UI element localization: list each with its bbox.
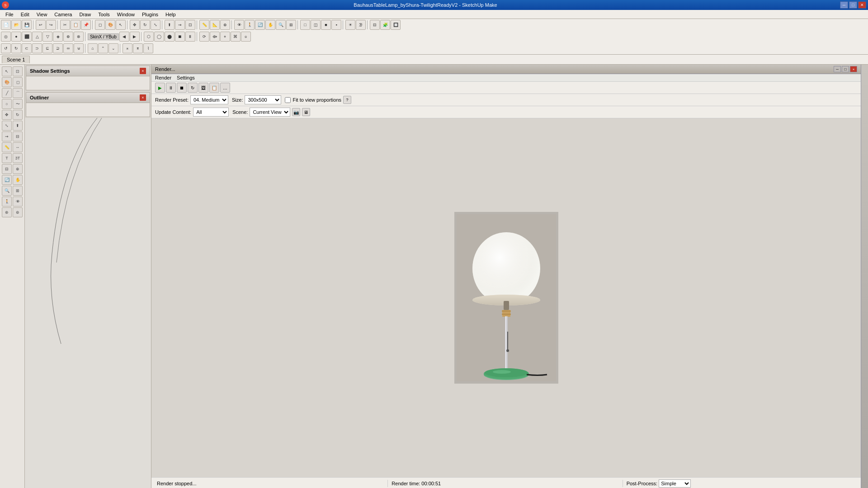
tb-open[interactable]: 📂: [11, 20, 21, 30]
tb-paste[interactable]: 📌: [81, 20, 91, 30]
tb-tape[interactable]: 📏: [199, 20, 209, 30]
lt-scale[interactable]: ⤡: [2, 121, 12, 131]
tb-select[interactable]: ↖: [116, 20, 126, 30]
tb-zoomextents[interactable]: ⊞: [286, 20, 296, 30]
lt-addon2[interactable]: ⊚: [13, 207, 23, 217]
tb-p1[interactable]: ⬡: [144, 32, 154, 42]
tb-q5[interactable]: ⍟: [241, 32, 251, 42]
tb-q4[interactable]: ⌘: [231, 32, 241, 42]
tb-textured[interactable]: ▪: [331, 20, 341, 30]
tb-r3[interactable]: ⬛: [22, 32, 32, 42]
tb-p4[interactable]: ⏹: [175, 32, 185, 42]
tb-shadows[interactable]: ☀: [345, 20, 355, 30]
outliner-close[interactable]: ×: [140, 94, 146, 101]
tb-walkthrough[interactable]: 🚶: [245, 20, 255, 30]
scene-icon-2[interactable]: 🖥: [302, 108, 310, 116]
tb-undo[interactable]: ↩: [36, 20, 46, 30]
tb-new[interactable]: 📄: [1, 20, 11, 30]
menu-help[interactable]: Help: [162, 11, 179, 18]
render-minimize[interactable]: ─: [834, 66, 841, 72]
lt-line[interactable]: ╱: [2, 88, 12, 98]
tb-s5[interactable]: ⊆: [42, 43, 52, 53]
lt-3dtext[interactable]: 3T: [13, 153, 23, 163]
render-menu-settings[interactable]: Settings: [177, 75, 195, 80]
lt-component-select[interactable]: ⊡: [13, 66, 23, 76]
tb-r2[interactable]: ●: [11, 32, 21, 42]
tb-cut[interactable]: ✂: [60, 20, 70, 30]
tb-hidden[interactable]: ◫: [311, 20, 321, 30]
render-refresh[interactable]: ↻: [188, 83, 198, 93]
tb-sections[interactable]: ⊟: [370, 20, 380, 30]
tb-wireframe[interactable]: □: [300, 20, 310, 30]
menu-camera[interactable]: Camera: [51, 11, 75, 18]
shadow-settings-close[interactable]: ×: [140, 68, 146, 74]
update-content-select[interactable]: All None Lights only: [193, 108, 229, 117]
render-menu-render[interactable]: Render: [155, 75, 171, 80]
menu-tools[interactable]: Tools: [94, 11, 113, 18]
scene-select[interactable]: Current View Scene 1: [250, 108, 290, 117]
tb-r7[interactable]: ⊕: [63, 32, 73, 42]
menu-draw[interactable]: Draw: [75, 11, 94, 18]
tb-s6[interactable]: ⊇: [53, 43, 63, 53]
tb-r5[interactable]: ▽: [42, 32, 52, 42]
right-scrollbar[interactable]: [861, 65, 868, 488]
lt-freehand[interactable]: 〜: [13, 99, 23, 109]
lt-select[interactable]: ↖: [2, 66, 12, 76]
tb-s14[interactable]: ⌇: [143, 43, 153, 53]
tb-scale[interactable]: ⤡: [151, 20, 160, 30]
lt-offset[interactable]: ⊟: [13, 131, 23, 141]
tb-axes[interactable]: ⊕: [220, 20, 230, 30]
lt-addon1[interactable]: ⊛: [2, 207, 12, 217]
tb-save[interactable]: 💾: [22, 20, 32, 30]
tb-p5[interactable]: ⏸: [185, 32, 195, 42]
menu-window[interactable]: Window: [113, 11, 138, 18]
lt-text[interactable]: T: [2, 153, 12, 163]
tb-p3[interactable]: ⬤: [165, 32, 175, 42]
tb-s1[interactable]: ↺: [1, 43, 11, 53]
tb-s13[interactable]: ⌆: [133, 43, 143, 53]
tb-pushpull[interactable]: ⬆: [165, 20, 175, 30]
tb-s9[interactable]: ⌂: [88, 43, 98, 53]
lt-pushpull[interactable]: ⬆: [13, 121, 23, 131]
tb-s3[interactable]: ⊂: [22, 43, 32, 53]
menu-plugins[interactable]: Plugins: [138, 11, 162, 18]
tb-protractor[interactable]: 📐: [210, 20, 220, 30]
tb-s4[interactable]: ⊃: [32, 43, 42, 53]
lt-move[interactable]: ✥: [2, 110, 12, 120]
lt-dimensions[interactable]: ↔: [13, 142, 23, 152]
tb-q3[interactable]: ⌖: [220, 32, 230, 42]
lt-pan[interactable]: ✋: [13, 175, 23, 185]
tb-q1[interactable]: ⟳: [199, 32, 209, 42]
render-copy[interactable]: 📋: [209, 83, 219, 93]
scene-tab-1[interactable]: Scene 1: [2, 56, 30, 63]
lt-zoomwindow[interactable]: ⊞: [13, 186, 23, 196]
tb-skin-prev[interactable]: ◀: [119, 32, 129, 42]
render-play[interactable]: ▶: [155, 83, 165, 93]
tb-pan[interactable]: ✋: [265, 20, 275, 30]
fit-info-button[interactable]: ?: [343, 96, 351, 104]
tb-s2[interactable]: ↻: [11, 43, 21, 53]
fit-to-view-checkbox[interactable]: [285, 97, 291, 103]
close-button[interactable]: ✕: [858, 1, 866, 9]
tb-s10[interactable]: ⌃: [98, 43, 108, 53]
lt-zoom[interactable]: 🔍: [2, 186, 12, 196]
tb-followme[interactable]: ⇝: [175, 20, 185, 30]
tb-copy[interactable]: 📋: [71, 20, 80, 30]
lt-orbit[interactable]: 🔄: [2, 175, 12, 185]
lt-circle[interactable]: ○: [2, 99, 12, 109]
render-maximize[interactable]: □: [842, 66, 849, 72]
tb-s7[interactable]: ∞: [63, 43, 73, 53]
tb-erase[interactable]: ◻: [95, 20, 105, 30]
menu-file[interactable]: File: [2, 11, 17, 18]
maximize-button[interactable]: □: [849, 1, 857, 9]
lt-followme[interactable]: ⇝: [2, 131, 12, 141]
render-more[interactable]: …: [220, 83, 230, 93]
tb-q2[interactable]: ⟴: [210, 32, 220, 42]
tb-redo[interactable]: ↪: [46, 20, 56, 30]
tb-r6[interactable]: ◈: [53, 32, 63, 42]
tb-s11[interactable]: ⌄: [108, 43, 118, 53]
tb-r8[interactable]: ⊗: [74, 32, 84, 42]
lt-arc[interactable]: ⌒: [13, 88, 23, 98]
tb-zoom[interactable]: 🔍: [276, 20, 286, 30]
lt-erase[interactable]: ◻: [13, 77, 23, 87]
